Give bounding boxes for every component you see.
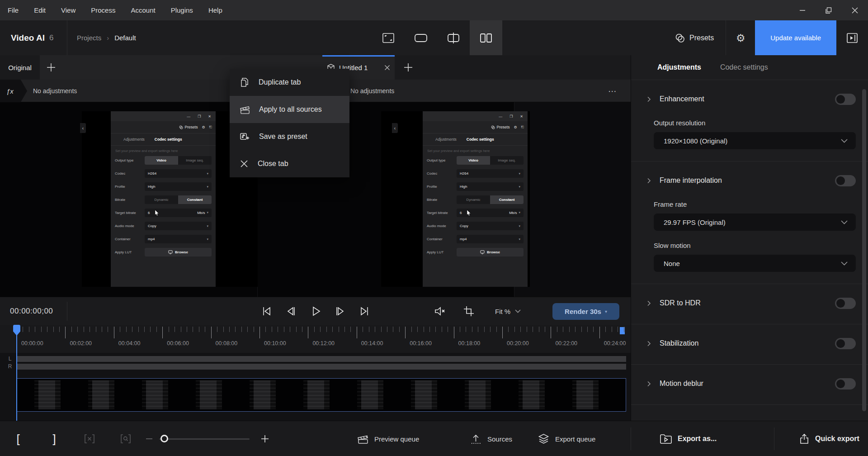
- render-button[interactable]: Render 30s ▾: [552, 303, 619, 320]
- mini-value: High: [460, 185, 467, 189]
- menu-item-file[interactable]: File: [0, 0, 26, 20]
- duplicate-icon: [240, 77, 250, 87]
- ruler-minor-tick: [399, 327, 400, 332]
- sources-button[interactable]: Sources: [470, 421, 512, 456]
- fx-badge[interactable]: ƒx: [0, 80, 27, 102]
- timeline-zoom-slider[interactable]: [159, 438, 250, 440]
- menu-item-view[interactable]: View: [53, 0, 83, 20]
- add-tab-button-left[interactable]: [41, 55, 61, 80]
- mini-close-icon: ✕: [208, 114, 211, 119]
- mini-minimize-icon: —: [499, 114, 502, 119]
- tab-original[interactable]: Original: [0, 55, 40, 80]
- mini-segment: Image seq.: [490, 156, 524, 165]
- add-tab-button-right[interactable]: [398, 55, 419, 80]
- sidebar-tab-adjustments[interactable]: Adjustments: [657, 63, 701, 71]
- presets-button[interactable]: Presets: [663, 20, 726, 55]
- toggle-sdr-to-hdr[interactable]: [835, 298, 856, 309]
- ruler-minor-tick: [618, 327, 618, 332]
- tab-close-icon[interactable]: [384, 65, 390, 71]
- mini-window-controls: —❐✕: [423, 111, 528, 121]
- set-in-point-icon[interactable]: [: [11, 421, 25, 456]
- menu-bar: FileEditViewProcessAccountPluginsHelp: [0, 0, 868, 20]
- close-button[interactable]: [842, 0, 868, 20]
- section-header-motion-deblur[interactable]: Motion deblur: [631, 375, 868, 393]
- audio-track-left[interactable]: [17, 356, 626, 362]
- render-dropdown-icon[interactable]: ▾: [605, 309, 607, 314]
- select-slow-motion[interactable]: None: [654, 255, 856, 272]
- breadcrumb-current[interactable]: Default: [114, 34, 136, 42]
- timeline-ruler[interactable]: 00:00:0000:02:0000:04:0000:06:0000:08:00…: [0, 325, 631, 353]
- section-header-frame-interpolation[interactable]: Frame interpolation: [631, 171, 868, 190]
- view-mode-group: [372, 20, 502, 55]
- ruler-minor-tick: [138, 327, 139, 332]
- chevron-right-icon[interactable]: [646, 381, 652, 387]
- menu-item-process[interactable]: Process: [83, 0, 123, 20]
- select-output-resolution[interactable]: 1920×1080 (Original): [654, 132, 856, 149]
- update-available-button[interactable]: Update available: [755, 20, 836, 55]
- timeline-zoom-knob[interactable]: [160, 435, 168, 442]
- view-single-icon[interactable]: [405, 20, 437, 55]
- menu-item-plugins[interactable]: Plugins: [163, 0, 201, 20]
- view-fullscreen-icon[interactable]: [372, 20, 405, 55]
- audio-track-right[interactable]: [17, 364, 626, 370]
- panel-toggle-icon[interactable]: [836, 20, 868, 55]
- context-menu-item-save-as-preset[interactable]: Save as preset: [230, 123, 349, 150]
- menu-item-help[interactable]: Help: [201, 0, 230, 20]
- context-menu-item-close-tab[interactable]: Close tab: [230, 150, 349, 177]
- zoom-fit-dropdown[interactable]: Fit %: [495, 297, 521, 325]
- clear-selection-icon[interactable]: [80, 421, 99, 456]
- sidebar-tab-codec-settings[interactable]: Codec settings: [720, 63, 768, 71]
- context-menu-item-duplicate-tab[interactable]: Duplicate tab: [230, 69, 349, 96]
- zoom-out-icon[interactable]: [144, 421, 155, 456]
- toggle-stabilization[interactable]: [835, 338, 856, 349]
- step-forward-icon[interactable]: [330, 297, 350, 325]
- playhead-line[interactable]: [16, 327, 17, 421]
- minimize-button[interactable]: [789, 0, 816, 20]
- export-queue-button[interactable]: Export queue: [538, 421, 595, 456]
- chevron-down-icon: ▾: [207, 172, 208, 176]
- section-header-sdr-to-hdr[interactable]: SDR to HDR: [631, 294, 868, 312]
- toggle-motion-deblur[interactable]: [835, 378, 856, 390]
- app-brand: Video AI 6: [11, 20, 53, 55]
- chevron-right-icon[interactable]: [646, 341, 652, 347]
- toggle-frame-interpolation[interactable]: [835, 175, 856, 186]
- sidebar-scrollbar[interactable]: [862, 89, 866, 411]
- chevron-right-icon[interactable]: [646, 96, 652, 102]
- breadcrumb-projects[interactable]: Projects: [77, 34, 101, 42]
- mute-icon[interactable]: [429, 297, 449, 325]
- section-header-stabilization[interactable]: Stabilization: [631, 334, 868, 352]
- ruler-minor-tick: [120, 327, 120, 332]
- context-menu-item-apply-to-all-sources[interactable]: Apply to all sources: [230, 96, 349, 123]
- settings-gear-icon[interactable]: ⚙: [726, 20, 755, 55]
- play-icon[interactable]: [306, 297, 326, 325]
- chevron-right-icon[interactable]: [646, 300, 652, 306]
- view-side-by-side-icon[interactable]: [470, 20, 502, 55]
- step-back-icon[interactable]: [281, 297, 301, 325]
- view-split-icon[interactable]: [437, 20, 470, 55]
- video-clip-filmstrip[interactable]: [17, 378, 626, 412]
- menu-item-account[interactable]: Account: [123, 0, 163, 20]
- sidebar-section-stabilization: Stabilization: [631, 324, 868, 365]
- mini-row-label: Bitrate: [115, 198, 142, 202]
- skip-to-start-icon[interactable]: [257, 297, 277, 325]
- ruler-label: 00:00:00: [21, 340, 43, 347]
- zoom-in-icon[interactable]: [259, 421, 271, 456]
- select-frame-rate[interactable]: 29.97 FPS (Original): [654, 214, 856, 231]
- mini-presets: Presets: [491, 125, 510, 129]
- crop-icon[interactable]: [459, 297, 479, 325]
- more-options-icon[interactable]: ⋯: [608, 80, 618, 102]
- ruler-minor-tick: [47, 327, 47, 332]
- preview-queue-button[interactable]: Preview queue: [357, 421, 419, 456]
- zoom-to-selection-icon[interactable]: [117, 421, 135, 456]
- toggle-enhancement[interactable]: [835, 94, 856, 105]
- skip-to-end-icon[interactable]: [354, 297, 374, 325]
- quick-export-button[interactable]: Quick export: [799, 421, 859, 456]
- restore-button[interactable]: [816, 0, 842, 20]
- section-header-enhancement[interactable]: Enhancement: [631, 90, 868, 108]
- chevron-right-icon[interactable]: [646, 178, 652, 184]
- ruler-minor-tick: [314, 327, 315, 332]
- export-as-button[interactable]: Export as...: [660, 421, 717, 456]
- set-out-point-icon[interactable]: ]: [47, 421, 61, 456]
- menu-item-edit[interactable]: Edit: [26, 0, 53, 20]
- mini-row-label: Container: [427, 237, 454, 241]
